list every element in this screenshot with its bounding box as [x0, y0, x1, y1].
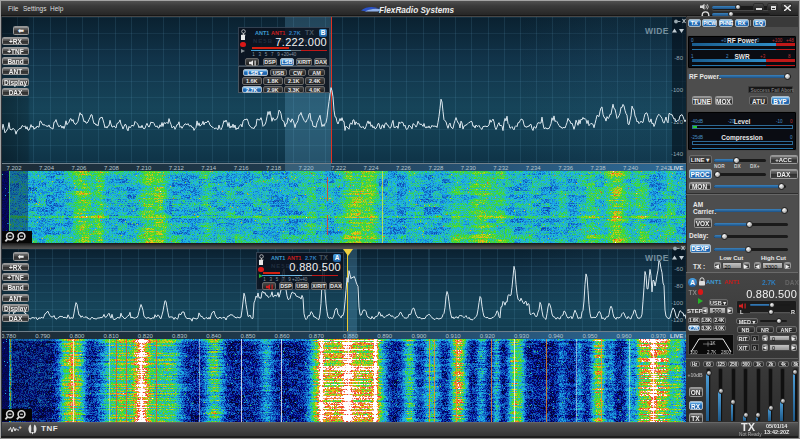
svg-text:2.7K: 2.7K	[707, 349, 716, 354]
svg-text:100: 100	[690, 349, 698, 354]
svg-text:+: +	[19, 424, 22, 430]
svg-text:FlexRadio Systems: FlexRadio Systems	[379, 5, 455, 14]
svg-text:2800: 2800	[721, 349, 732, 354]
svg-text:1K: 1K	[710, 341, 716, 346]
